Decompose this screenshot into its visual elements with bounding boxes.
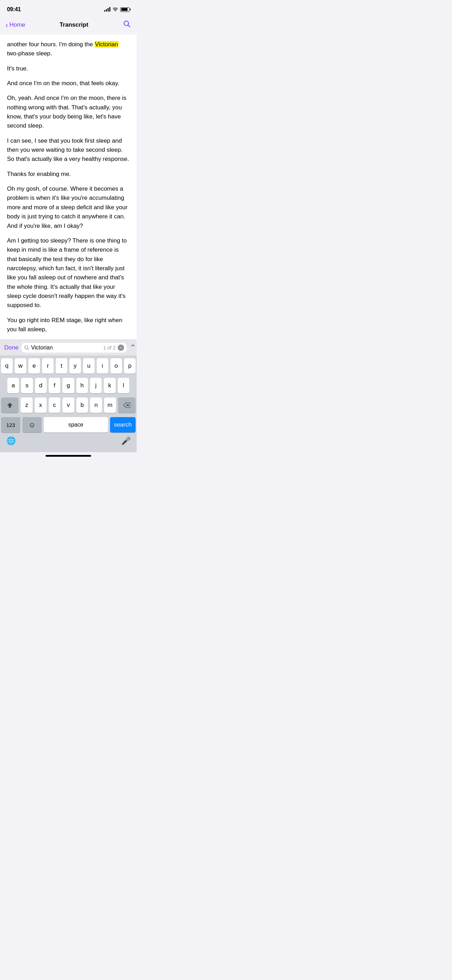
find-input-wrap: 1 of 2 ×: [21, 343, 127, 353]
key-e[interactable]: e: [29, 358, 40, 374]
keyboard-row-3: z x c v b n m: [1, 398, 135, 413]
page-title: Transcript: [60, 21, 88, 29]
key-v[interactable]: v: [62, 398, 74, 413]
key-j[interactable]: j: [90, 378, 102, 393]
done-button[interactable]: Done: [4, 344, 19, 351]
svg-line-1: [128, 25, 130, 27]
key-f[interactable]: f: [49, 378, 60, 393]
find-result-count: 1 of 2: [103, 345, 116, 350]
key-i[interactable]: i: [97, 358, 108, 374]
key-h[interactable]: h: [76, 378, 88, 393]
key-g[interactable]: g: [62, 378, 74, 393]
transcript-content: another four hours. I'm doing the Victor…: [0, 34, 137, 340]
keyboard-row-1: q w e r t y u i o p: [1, 358, 135, 374]
delete-icon: [123, 402, 131, 408]
num-key[interactable]: 123: [1, 417, 20, 433]
mic-key[interactable]: 🎤: [118, 433, 134, 449]
status-time: 09:41: [7, 6, 21, 13]
paragraph-2: It's true.: [7, 64, 130, 73]
key-n[interactable]: n: [90, 398, 102, 413]
paragraph-5: I can see, I see that you took first sle…: [7, 136, 130, 164]
find-input[interactable]: [31, 345, 101, 351]
nav-bar: ‹ Home Transcript: [0, 17, 137, 34]
keyboard-row-2: a s d f g h j k l: [1, 378, 135, 393]
find-bar: Done 1 of 2 × ⌃ ⌄: [0, 340, 137, 355]
key-z[interactable]: z: [21, 398, 33, 413]
delete-key[interactable]: [118, 398, 135, 413]
key-s[interactable]: s: [21, 378, 33, 393]
back-chevron-icon: ‹: [6, 21, 8, 29]
shift-icon: [6, 402, 13, 408]
key-b[interactable]: b: [76, 398, 88, 413]
highlighted-word-1: Victorian: [95, 41, 118, 48]
shift-key[interactable]: [1, 398, 19, 413]
key-d[interactable]: d: [35, 378, 46, 393]
keyboard-bottom-row: 123 ☺ space search: [1, 417, 135, 433]
key-p[interactable]: p: [124, 358, 135, 374]
battery-icon: [120, 7, 130, 12]
wifi-icon: [113, 7, 118, 11]
key-o[interactable]: o: [110, 358, 122, 374]
paragraph-8: Am I getting too sleepy? There is one th…: [7, 236, 130, 310]
key-c[interactable]: c: [49, 398, 60, 413]
space-key[interactable]: space: [44, 417, 108, 433]
paragraph-3: And once I'm on the moon, that feels oka…: [7, 79, 130, 88]
key-q[interactable]: q: [1, 358, 13, 374]
status-icons: [104, 7, 130, 12]
paragraph-7: Oh my gosh, of course. Where it becomes …: [7, 185, 130, 231]
find-prev-button[interactable]: ⌃: [130, 344, 136, 352]
key-y[interactable]: y: [69, 358, 81, 374]
key-a[interactable]: a: [7, 378, 19, 393]
clear-icon: ×: [119, 345, 122, 350]
globe-key[interactable]: 🌐: [3, 433, 19, 449]
key-t[interactable]: t: [56, 358, 67, 374]
key-r[interactable]: r: [42, 358, 54, 374]
key-x[interactable]: x: [35, 398, 46, 413]
emoji-key[interactable]: ☺: [22, 417, 42, 433]
find-clear-button[interactable]: ×: [118, 345, 124, 351]
find-search-icon: [24, 345, 29, 350]
home-indicator: [0, 452, 137, 458]
key-u[interactable]: u: [83, 358, 95, 374]
paragraph-1: another four hours. I'm doing the Victor…: [7, 40, 130, 59]
key-m[interactable]: m: [104, 398, 116, 413]
key-l[interactable]: l: [118, 378, 129, 393]
search-key[interactable]: search: [110, 417, 135, 433]
paragraph-6: Thanks for enabling me.: [7, 170, 130, 179]
home-indicator-bar: [46, 455, 91, 457]
back-button[interactable]: ‹ Home: [6, 21, 25, 29]
paragraph-4: Oh, yeah. And once I'm on the moon, ther…: [7, 94, 130, 130]
keyboard: q w e r t y u i o p a s d f g h j k l z …: [0, 355, 137, 452]
search-icon: [123, 20, 131, 28]
back-label: Home: [10, 21, 25, 29]
key-w[interactable]: w: [15, 358, 26, 374]
status-bar: 09:41: [0, 0, 137, 17]
search-button[interactable]: [123, 20, 131, 30]
svg-line-3: [27, 349, 29, 350]
paragraph-9: You go right into REM stage, like right …: [7, 316, 130, 334]
key-k[interactable]: k: [104, 378, 115, 393]
find-nav-controls: ⌃ ⌄: [130, 344, 137, 352]
signal-icon: [104, 7, 110, 11]
